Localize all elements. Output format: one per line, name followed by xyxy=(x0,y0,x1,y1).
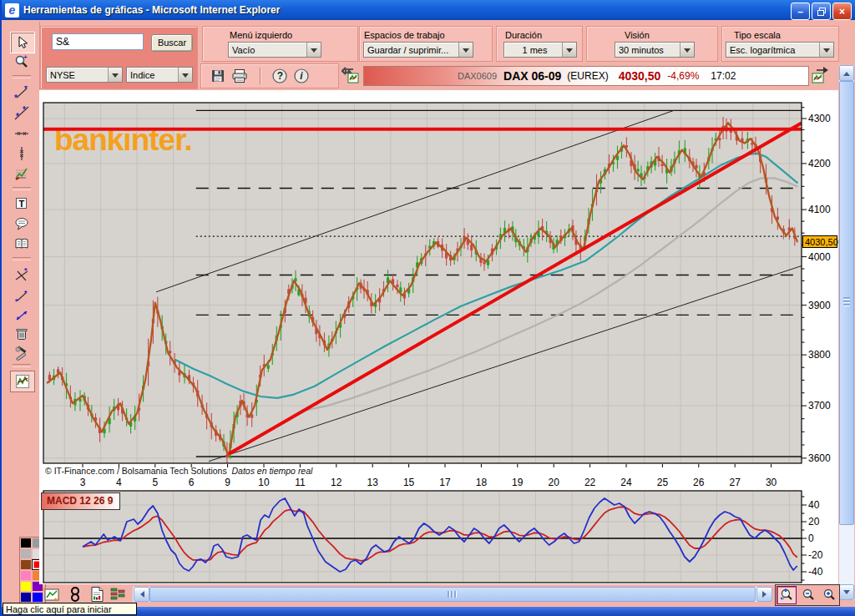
search-button[interactable]: Buscar xyxy=(151,34,193,52)
vertical-line-tool-button[interactable] xyxy=(10,144,33,164)
view-select[interactable]: 30 minutos xyxy=(615,42,695,58)
drawing-toolbar: + ** ** T * ** xyxy=(7,22,40,606)
quote-bar: DAX0609 DAX 06-09 (EUREX) 4030,50 -4,69%… xyxy=(363,66,809,86)
help-button[interactable]: ? xyxy=(270,66,290,86)
zoom-in-button[interactable] xyxy=(820,587,838,603)
indicators-button[interactable] xyxy=(108,585,128,603)
cursor-tool-button[interactable] xyxy=(10,32,35,53)
workspaces-group: Espacios de trabajo Guardar / suprimir..… xyxy=(359,26,493,62)
trendline-icon: ** xyxy=(14,86,29,101)
svg-text:11: 11 xyxy=(295,477,306,488)
new-chart-button[interactable]: ** xyxy=(42,585,62,603)
palette-swatch[interactable] xyxy=(21,593,31,602)
quote-name: DAX 06-09 xyxy=(503,69,561,83)
instrument-type-select[interactable]: Indice xyxy=(126,67,193,83)
left-menu-select[interactable]: Vacío xyxy=(228,42,321,58)
chevron-down-icon[interactable] xyxy=(680,43,694,57)
scroll-down-button[interactable] xyxy=(839,584,854,600)
help-icon: ? xyxy=(271,68,288,84)
restore-button[interactable] xyxy=(812,3,831,20)
view-group: Visión 30 minutos xyxy=(586,26,718,62)
duration-select[interactable]: 1 mes xyxy=(503,42,577,58)
quote-code: DAX0609 xyxy=(458,71,497,81)
back-to-chart-button[interactable] xyxy=(341,65,361,85)
svg-text:3900: 3900 xyxy=(808,300,831,311)
zoom-out-button[interactable] xyxy=(799,587,817,603)
svg-text:3: 3 xyxy=(80,477,86,488)
new-chart-icon: ** xyxy=(43,586,61,603)
chevron-down-icon[interactable] xyxy=(458,43,473,57)
minimize-button[interactable]: – xyxy=(791,3,810,20)
crossed-lines-tool-button[interactable]: * xyxy=(10,265,33,285)
zoom-tools xyxy=(775,584,840,606)
zoom-tool-button[interactable]: + xyxy=(10,52,33,72)
info-icon: i xyxy=(293,68,310,84)
chevron-down-icon[interactable] xyxy=(178,68,192,82)
svg-text:*: * xyxy=(43,586,46,594)
info-button[interactable]: i xyxy=(291,66,311,86)
chevron-down-icon[interactable] xyxy=(306,43,321,57)
link-button[interactable] xyxy=(65,585,85,603)
extended-line-tool-button[interactable]: ** xyxy=(10,104,33,124)
svg-text:15: 15 xyxy=(403,477,415,488)
svg-text:22: 22 xyxy=(584,477,596,488)
chevron-down-icon[interactable] xyxy=(819,43,833,57)
zoom-fit-button[interactable] xyxy=(777,586,797,604)
delete-tool-button[interactable] xyxy=(10,324,33,344)
settings-tool-button[interactable] xyxy=(10,343,33,363)
segment-icon: ** xyxy=(14,290,29,305)
exchange-select[interactable]: NYSE xyxy=(46,67,123,83)
extended-line-icon: ** xyxy=(14,106,29,121)
svg-text:27: 27 xyxy=(730,477,741,488)
scale-type-value: Esc. logarítmica xyxy=(726,45,819,55)
horizontal-scroll-thumb[interactable] xyxy=(149,587,756,602)
regression-channel-tool-button[interactable] xyxy=(10,164,33,184)
svg-text:13: 13 xyxy=(367,477,379,488)
svg-text:4000: 4000 xyxy=(808,251,831,263)
workspaces-select[interactable]: Guardar / suprimir... xyxy=(363,42,473,58)
svg-text:T: T xyxy=(19,199,25,209)
palette-swatch[interactable] xyxy=(21,560,31,569)
scale-type-select[interactable]: Esc. logarítmica xyxy=(726,42,834,58)
workspaces-value: Guardar / suprimir... xyxy=(364,45,458,55)
svg-text:-40: -40 xyxy=(808,566,823,578)
price-chart[interactable]: bankinter.360037003800390040004100420043… xyxy=(39,90,838,584)
notes-tool-button[interactable] xyxy=(10,234,33,254)
callout-tool-button[interactable] xyxy=(10,214,33,234)
speech-bubble-icon xyxy=(14,216,29,231)
zoom-in-icon xyxy=(822,588,837,603)
print-button[interactable] xyxy=(230,66,250,86)
vertical-scroll-thumb[interactable] xyxy=(839,81,854,525)
segment-tool-button[interactable]: ** xyxy=(10,287,33,307)
scroll-right-button[interactable] xyxy=(756,587,772,602)
close-button[interactable]: × xyxy=(832,3,852,20)
save-button[interactable] xyxy=(208,66,228,86)
popout-chart-button[interactable] xyxy=(810,65,830,85)
chevron-down-icon[interactable] xyxy=(562,43,576,57)
horizontal-line-tool-button[interactable] xyxy=(10,124,33,144)
svg-text:*: * xyxy=(24,290,28,297)
panel-divider xyxy=(260,68,261,84)
palette-swatch[interactable] xyxy=(21,571,31,580)
vertical-scrollbar[interactable] xyxy=(839,65,854,600)
palette-swatch[interactable] xyxy=(21,538,31,548)
svg-text:4300: 4300 xyxy=(808,113,831,124)
svg-text:5: 5 xyxy=(152,477,158,488)
palette-swatch[interactable] xyxy=(21,582,31,591)
indicator-tool-button[interactable] xyxy=(10,371,35,392)
macd-indicator-label[interactable]: MACD 12 26 9 xyxy=(41,492,120,510)
arrow-up-icon xyxy=(843,68,850,76)
chevron-down-icon[interactable] xyxy=(108,68,122,82)
trendline-tool-button[interactable]: ** xyxy=(10,83,33,104)
scroll-up-button[interactable] xyxy=(839,65,854,81)
text-tool-button[interactable]: T xyxy=(10,194,33,214)
last-price-tag: 4030,50 xyxy=(802,235,837,248)
svg-text:?: ? xyxy=(277,70,283,82)
arrow-line-tool-button[interactable] xyxy=(10,305,33,326)
search-input[interactable] xyxy=(52,33,144,50)
zoom-fit-icon xyxy=(779,588,794,603)
palette-swatch[interactable] xyxy=(21,549,31,558)
horizontal-scrollbar[interactable] xyxy=(133,587,772,602)
report-button[interactable] xyxy=(87,585,107,603)
scroll-left-button[interactable] xyxy=(134,587,149,602)
